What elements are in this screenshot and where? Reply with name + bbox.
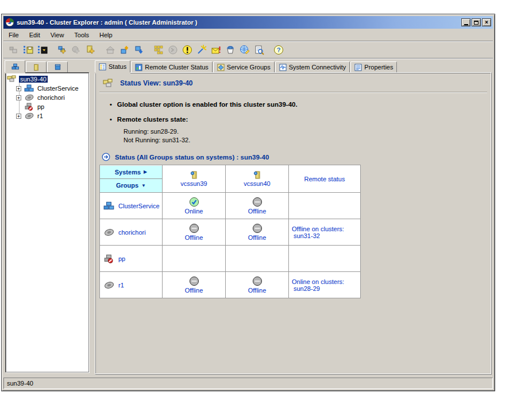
tree-item-pp[interactable]: + pp	[7, 102, 87, 111]
table-row-pp: pp	[100, 246, 361, 272]
group-cell[interactable]: chorichori	[100, 219, 162, 245]
bullet-icon: •	[110, 101, 112, 108]
global-group-gray-icon	[103, 281, 115, 290]
tab-status[interactable]: Status	[95, 60, 130, 72]
group-cell[interactable]: pp	[100, 246, 162, 271]
service-groups-tab-icon	[217, 64, 225, 71]
tree-root-label: sun39-40	[19, 76, 48, 83]
notifier-wizard-icon[interactable]	[209, 43, 223, 57]
minimize-button[interactable]	[461, 18, 470, 26]
tree-item-cluster-root[interactable]: sun39-40	[7, 75, 87, 84]
maximize-button[interactable]	[472, 18, 481, 26]
expand-icon[interactable]: +	[16, 86, 21, 91]
group-cell[interactable]: ClusterService	[100, 193, 162, 219]
menu-edit[interactable]: Edit	[24, 30, 45, 40]
add-service-group-icon[interactable]	[55, 43, 69, 57]
state-label: Offline	[248, 287, 267, 294]
column-header-remote-status: Remote status	[289, 165, 361, 193]
groups-header[interactable]: Groups ▼	[100, 179, 162, 192]
status-section-title: Status (All Groups status on systems) : …	[115, 154, 269, 161]
table-row-clusterservice: ClusterService Online Offline	[100, 193, 361, 219]
show-logs-icon[interactable]	[180, 43, 194, 57]
expand-icon[interactable]: +	[16, 114, 21, 119]
service-group-icon	[24, 84, 34, 92]
query-icon[interactable]	[252, 43, 266, 57]
tree-item-clusterservice[interactable]: + ClusterService	[7, 84, 87, 93]
pane-splitter[interactable]	[91, 59, 95, 375]
offline-status-icon	[189, 276, 199, 286]
group-name: pp	[118, 255, 125, 262]
group-cell[interactable]: r1	[100, 272, 162, 298]
work-area: sun39-40 + ClusterService + chorichori +…	[3, 59, 493, 376]
tree-item-label: chorichori	[36, 94, 66, 101]
collapse-arrow-icon[interactable]	[102, 153, 110, 161]
window-title: sun39-40 - Cluster Explorer : admin ( Cl…	[17, 19, 461, 26]
tab-resource-types[interactable]	[47, 61, 68, 72]
configuration-wizard-icon[interactable]	[194, 43, 209, 57]
tab-systems[interactable]	[26, 61, 47, 72]
divider	[99, 92, 487, 93]
online-status-icon	[189, 197, 199, 207]
command-center-icon[interactable]	[151, 43, 165, 57]
cluster-icon	[7, 75, 17, 83]
user-manager-icon[interactable]	[237, 43, 252, 57]
menu-file[interactable]: File	[3, 30, 24, 40]
cluster-status-icon	[103, 79, 113, 88]
tab-label: Properties	[364, 64, 393, 71]
remote-group-wizard-icon[interactable]	[223, 43, 237, 57]
close-icon: ×	[485, 20, 488, 25]
save-configuration-icon[interactable]	[21, 43, 35, 57]
state-cell	[226, 246, 288, 271]
expand-icon[interactable]: +	[16, 95, 21, 100]
close-button[interactable]: ×	[482, 18, 491, 26]
state-cell: Online	[163, 193, 225, 219]
add-resource-icon[interactable]	[69, 43, 83, 57]
help-icon[interactable]: ?	[271, 43, 285, 57]
online-service-group-icon[interactable]	[117, 43, 132, 57]
tree-item-chorichori[interactable]: + chorichori	[7, 93, 87, 102]
remote-cluster-status-tab-icon	[135, 64, 142, 71]
shell-command-window-icon[interactable]	[165, 43, 180, 57]
left-tabstrip	[5, 60, 91, 72]
cluster-tree: sun39-40 + ClusterService + chorichori +…	[5, 72, 89, 372]
status-view-title: Status View: sun39-40	[120, 79, 193, 87]
bullet-text: Remote clusters state:	[117, 116, 188, 123]
state-label: Offline	[248, 234, 267, 241]
save-and-close-configuration-icon[interactable]	[35, 43, 49, 57]
systems-arrow-icon: ▶	[144, 169, 147, 174]
add-cluster-icon[interactable]	[103, 43, 117, 57]
state-label: Offline	[185, 234, 203, 241]
menu-view[interactable]: View	[45, 30, 70, 40]
tree-item-r1[interactable]: + r1	[7, 111, 87, 120]
properties-tab-icon	[354, 64, 362, 71]
status-bar: sun39-40	[3, 378, 493, 389]
state-cell: Offline	[226, 193, 288, 219]
right-pane: Status Remote Cluster Status Service Gro…	[95, 59, 492, 375]
app-icon	[5, 18, 14, 27]
tab-label: Status	[109, 63, 126, 70]
offline-service-group-icon[interactable]	[132, 43, 146, 57]
group-name: ClusterService	[118, 203, 160, 209]
column-header-vcssun40: vcssun40	[226, 165, 289, 193]
systems-groups-corner: Systems ▶ Groups ▼	[100, 165, 163, 193]
group-status-table: Systems ▶ Groups ▼ vcssun39	[99, 165, 361, 298]
open-configuration-icon[interactable]	[6, 43, 21, 57]
tab-system-connectivity[interactable]: System Connectivity	[275, 61, 350, 72]
bullet-icon: •	[110, 116, 112, 123]
tab-service-groups[interactable]	[5, 60, 25, 72]
status-section-header: Status (All Groups status on systems) : …	[102, 153, 491, 161]
titlebar: sun39-40 - Cluster Explorer : admin ( Cl…	[3, 16, 493, 29]
menu-tools[interactable]: Tools	[69, 30, 94, 40]
autodisabled-group-icon	[24, 103, 34, 111]
tab-service-groups[interactable]: Service Groups	[213, 61, 275, 72]
offline-status-icon	[189, 223, 199, 234]
tab-remote-cluster-status[interactable]: Remote Cluster Status	[131, 61, 213, 72]
menu-help[interactable]: Help	[94, 30, 118, 40]
no-expand-spacer: +	[16, 104, 21, 110]
table-row-chorichori: chorichori Offline Offline Offline on cl…	[100, 219, 361, 246]
menu-bar: File Edit View Tools Help	[3, 29, 493, 41]
systems-header[interactable]: Systems ▶	[100, 166, 162, 179]
add-system-icon[interactable]	[83, 43, 98, 57]
status-tab-icon	[99, 63, 106, 71]
tab-properties[interactable]: Properties	[350, 61, 397, 72]
